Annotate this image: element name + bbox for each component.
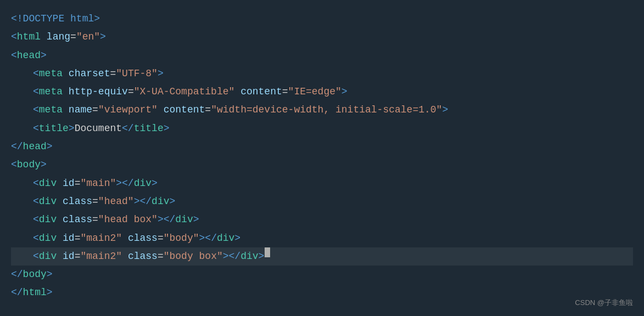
tag-token: div bbox=[175, 211, 193, 229]
tag-token: head bbox=[17, 47, 41, 65]
attr-val-token: "body box" bbox=[164, 247, 223, 266]
doctype-kw-token: DOCTYPE bbox=[23, 10, 65, 28]
line-div-main2-body-box: <div id="main2" class="body box"></div> bbox=[11, 247, 633, 266]
bracket-token: > bbox=[442, 101, 448, 119]
tag-token: body bbox=[17, 156, 41, 174]
attr-eq-token: = bbox=[92, 193, 98, 211]
tag-token: div bbox=[240, 247, 258, 266]
bracket-token: > bbox=[41, 47, 47, 65]
bracket-token: </ bbox=[11, 284, 23, 302]
bracket-token bbox=[122, 229, 128, 247]
attr-eq-token: = bbox=[92, 211, 98, 229]
attr-name-token: class bbox=[63, 211, 92, 229]
bracket-token: > bbox=[169, 193, 175, 211]
tag-token: div bbox=[134, 174, 152, 193]
attr-eq-token: = bbox=[128, 83, 134, 101]
attr-name-token: class bbox=[63, 193, 92, 211]
bracket-token bbox=[57, 247, 63, 266]
attr-val-token: "main2" bbox=[80, 247, 122, 266]
attr-name-token: lang bbox=[47, 28, 70, 46]
bracket-token: > bbox=[234, 229, 240, 247]
bracket-token: < bbox=[33, 65, 39, 83]
tag-token: body bbox=[23, 266, 47, 284]
attr-eq-token: = bbox=[158, 247, 164, 266]
tag-token: div bbox=[39, 211, 57, 229]
bracket-token: </ bbox=[11, 138, 23, 156]
tag-token: div bbox=[152, 193, 169, 211]
line-head-open: <head> bbox=[11, 47, 633, 65]
line-body-open: <body> bbox=[11, 156, 633, 174]
attr-eq-token: = bbox=[75, 174, 81, 193]
attr-val-token: "head box" bbox=[98, 211, 158, 229]
tag-token: title bbox=[39, 120, 69, 138]
bracket-token: < bbox=[11, 28, 17, 46]
code-editor: <!DOCTYPE html><html lang="en"><head><me… bbox=[0, 5, 644, 307]
attr-eq-token: = bbox=[75, 229, 81, 247]
tag-token: head bbox=[23, 138, 47, 156]
attr-val-token: "en" bbox=[76, 28, 100, 46]
tag-token: meta bbox=[39, 101, 63, 119]
attr-val-token: "X-UA-Compatible" bbox=[134, 83, 235, 101]
bracket-token: > bbox=[69, 120, 75, 138]
bracket-token: > bbox=[47, 138, 53, 156]
tag-token: meta bbox=[39, 65, 63, 83]
line-html-open: <html lang="en"> bbox=[11, 28, 633, 46]
text-cursor bbox=[265, 247, 270, 257]
line-div-main: <div id="main"></div> bbox=[11, 174, 633, 193]
bracket-token: < bbox=[33, 120, 39, 138]
bracket-token: > bbox=[193, 211, 199, 229]
line-title: <title>Document</title> bbox=[11, 120, 633, 138]
line-div-head: <div class="head"></div> bbox=[11, 193, 633, 211]
bracket-token: > bbox=[100, 28, 106, 46]
bracket-token: ></ bbox=[158, 211, 175, 229]
line-doctype: <!DOCTYPE html> bbox=[11, 10, 633, 28]
tag-token: div bbox=[39, 229, 57, 247]
bracket-token: > bbox=[47, 266, 53, 284]
attr-val-token: "main" bbox=[80, 174, 116, 193]
bracket-close-partial-token: </ bbox=[229, 247, 241, 266]
bracket-token bbox=[57, 211, 63, 229]
line-meta-viewport: <meta name="viewport" content="width=dev… bbox=[11, 101, 633, 119]
attr-name-token: class bbox=[128, 229, 158, 247]
bracket-token: ></ bbox=[134, 193, 152, 211]
attr-val-token: "width=device-width, initial-scale=1.0" bbox=[211, 101, 442, 119]
line-meta-charset: <meta charset="UTF-8"> bbox=[11, 65, 633, 83]
line-body-close: </body> bbox=[11, 266, 633, 284]
line-head-close: </head> bbox=[11, 138, 633, 156]
line-div-head-box: <div class="head box"></div> bbox=[11, 211, 633, 229]
tag-token: html bbox=[17, 28, 41, 46]
attr-val-token: "main2" bbox=[80, 229, 122, 247]
bracket-token: < bbox=[11, 47, 17, 65]
attr-name-token: id bbox=[63, 174, 75, 193]
bracket-token: <! bbox=[11, 10, 23, 28]
attr-eq-token: = bbox=[92, 101, 98, 119]
attr-eq-token: = bbox=[70, 28, 76, 46]
bracket-token: </ bbox=[122, 120, 134, 138]
bracket-token: < bbox=[11, 156, 17, 174]
bracket-token: < bbox=[33, 83, 39, 101]
bracket-token: </ bbox=[11, 266, 23, 284]
bracket-token bbox=[63, 65, 69, 83]
attr-name-token: content bbox=[164, 101, 205, 119]
attr-val-token: "UTF-8" bbox=[116, 65, 158, 83]
bracket-token: < bbox=[33, 174, 39, 193]
attr-eq-token: = bbox=[282, 83, 288, 101]
bracket-token: > bbox=[94, 10, 100, 28]
attr-val-token: "body" bbox=[164, 229, 199, 247]
bracket-token bbox=[57, 174, 63, 193]
bracket-token: < bbox=[33, 247, 39, 266]
attr-eq-token: = bbox=[205, 101, 211, 119]
attr-val-token: "IE=edge" bbox=[288, 83, 341, 101]
attr-val-token: "viewport" bbox=[98, 101, 158, 119]
attr-name-token: charset bbox=[69, 65, 110, 83]
bracket-token: > bbox=[223, 247, 229, 266]
bracket-token bbox=[57, 193, 63, 211]
bracket-token bbox=[122, 247, 128, 266]
bracket-token: < bbox=[33, 101, 39, 119]
attr-eq-token: = bbox=[110, 65, 116, 83]
attr-eq-token: = bbox=[158, 229, 164, 247]
tag-token: div bbox=[217, 229, 234, 247]
attr-name-token: id bbox=[63, 229, 75, 247]
tag-token: meta bbox=[39, 83, 63, 101]
bracket-token: > bbox=[164, 120, 170, 138]
